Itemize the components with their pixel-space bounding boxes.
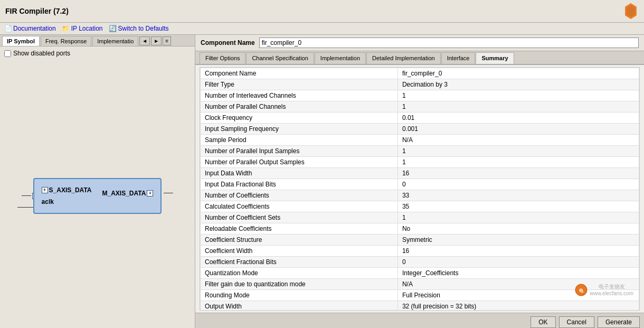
value-cell: 1: [397, 212, 639, 223]
tab-implementation[interactable]: Implementation: [315, 52, 366, 64]
value-cell: N/A: [397, 135, 639, 146]
altera-logo-icon: [623, 3, 639, 19]
toolbar: 📄 Documentation 📁 IP Location 🔄 Switch t…: [0, 23, 644, 35]
left-tabs-bar: IP Symbol Freq. Response Implementatio ◄…: [0, 35, 195, 46]
show-disabled-ports-checkbox[interactable]: [4, 50, 11, 57]
table-row: Filter TypeDecimation by 3: [201, 79, 639, 90]
value-cell: 1: [397, 146, 639, 157]
property-cell: Reloadable Coefficients: [201, 223, 398, 235]
value-cell: Full Precision: [397, 290, 639, 301]
value-cell: 0.01: [397, 113, 639, 124]
tab-summary[interactable]: Summary: [476, 52, 514, 64]
property-cell: Number of Coefficients: [201, 190, 398, 201]
property-cell: Clock Frequency: [201, 113, 398, 124]
ip-location-icon: 📁: [62, 25, 70, 32]
s-axis-data-port-plus[interactable]: +: [42, 187, 48, 193]
tab-nav-next[interactable]: ►: [151, 36, 162, 45]
show-disabled-ports-label: Show disabled ports: [13, 50, 70, 57]
value-cell: 16: [397, 246, 639, 257]
m-axis-data-port-plus[interactable]: +: [147, 190, 153, 196]
ip-location-link[interactable]: 📁 IP Location: [62, 25, 103, 32]
component-name-input[interactable]: [259, 38, 639, 48]
tab-nav-menu[interactable]: ≡: [163, 36, 171, 45]
value-cell: 32 (full precision = 32 bits): [397, 301, 639, 311]
table-row: Number of Coefficients33: [201, 190, 639, 201]
table-row: Number of Parallel Channels1: [201, 101, 639, 113]
tab-ip-symbol[interactable]: IP Symbol: [2, 36, 40, 46]
window-title: FIR Compiler (7.2): [5, 7, 69, 15]
value-cell: 16: [397, 168, 639, 179]
table-row: Coefficient Fractional Bits0: [201, 257, 639, 268]
value-cell: fir_compiler_0: [397, 68, 639, 79]
component-diagram: + + S_AXIS_DATA aclk: [33, 178, 162, 214]
table-row: Quantization ModeInteger_Coefficients: [201, 268, 639, 279]
tab-filter-options[interactable]: Filter Options: [200, 52, 245, 64]
ok-button[interactable]: OK: [531, 316, 555, 328]
value-cell: 1: [397, 101, 639, 113]
value-cell: Integer_Coefficients: [397, 268, 639, 279]
summary-table: Component Namefir_compiler_0Filter TypeD…: [200, 67, 640, 311]
property-cell: Output Width: [201, 301, 398, 311]
property-cell: Coefficient Width: [201, 246, 398, 257]
summary-data-table: Component Namefir_compiler_0Filter TypeD…: [200, 68, 639, 311]
table-row: Sample PeriodN/A: [201, 135, 639, 146]
table-row: Input Data Width16: [201, 168, 639, 179]
documentation-icon: 📄: [4, 25, 12, 32]
property-cell: Number of Interleaved Channels: [201, 90, 398, 101]
table-row: Coefficient StructureSymmetric: [201, 235, 639, 246]
component-name-row: Component Name: [195, 35, 644, 51]
tab-implementation[interactable]: Implementatio: [92, 36, 138, 46]
tab-interface[interactable]: Interface: [441, 52, 476, 64]
table-row: Input Data Fractional Bits0: [201, 179, 639, 190]
ok-cancel-bar: OK Cancel Generate: [195, 313, 644, 328]
value-cell: Symmetric: [397, 235, 639, 246]
documentation-link[interactable]: 📄 Documentation: [4, 25, 56, 32]
table-row: Output Width32 (full precision = 32 bits…: [201, 301, 639, 311]
property-cell: Component Name: [201, 68, 398, 79]
table-row: Rounding ModeFull Precision: [201, 290, 639, 301]
value-cell: Decimation by 3: [397, 79, 639, 90]
tab-freq-response[interactable]: Freq. Response: [41, 36, 91, 46]
table-row: Input Sampling Frequency0.001: [201, 124, 639, 135]
table-row: Calculated Coefficients35: [201, 201, 639, 212]
component-name-label: Component Name: [201, 39, 255, 46]
property-cell: Number of Parallel Channels: [201, 101, 398, 113]
tab-nav-prev[interactable]: ◄: [139, 36, 150, 45]
property-cell: Rounding Mode: [201, 290, 398, 301]
property-cell: Coefficient Structure: [201, 235, 398, 246]
table-row: Number of Coefficient Sets1: [201, 212, 639, 223]
generate-button[interactable]: Generate: [598, 316, 640, 328]
property-cell: Input Data Width: [201, 168, 398, 179]
property-cell: Number of Parallel Output Samples: [201, 157, 398, 168]
property-cell: Filter Type: [201, 79, 398, 90]
value-cell: 1: [397, 157, 639, 168]
table-row: Number of Interleaved Channels1: [201, 90, 639, 101]
table-row: Number of Parallel Output Samples1: [201, 157, 639, 168]
switch-defaults-icon: 🔄: [109, 25, 117, 32]
value-cell: 0.001: [397, 124, 639, 135]
aclk-port-label: aclk: [42, 198, 54, 205]
table-row: Coefficient Width16: [201, 246, 639, 257]
tab-channel-spec[interactable]: Channel Specification: [246, 52, 314, 64]
property-cell: Filter gain due to quantization mode: [201, 279, 398, 290]
property-cell: Input Data Fractional Bits: [201, 179, 398, 190]
table-row: Clock Frequency0.01: [201, 113, 639, 124]
table-row: Reloadable CoefficientsNo: [201, 223, 639, 235]
switch-defaults-link[interactable]: 🔄 Switch to Defaults: [109, 25, 169, 32]
right-tabs-bar: Filter Options Channel Specification Imp…: [195, 51, 644, 65]
property-cell: Input Sampling Frequency: [201, 124, 398, 135]
property-cell: Number of Coefficient Sets: [201, 212, 398, 223]
table-row: Filter gain due to quantization modeN/A: [201, 279, 639, 290]
property-cell: Quantization Mode: [201, 268, 398, 279]
m-axis-data-port-label: M_AXIS_DATA: [102, 190, 146, 197]
property-cell: Number of Parallel Input Samples: [201, 146, 398, 157]
value-cell: No: [397, 223, 639, 235]
property-cell: Calculated Coefficients: [201, 201, 398, 212]
cancel-button[interactable]: Cancel: [559, 316, 594, 328]
value-cell: 1: [397, 90, 639, 101]
value-cell: N/A: [397, 279, 639, 290]
value-cell: 0: [397, 179, 639, 190]
table-row: Component Namefir_compiler_0: [201, 68, 639, 79]
main-content: IP Symbol Freq. Response Implementatio ◄…: [0, 35, 644, 328]
tab-detailed-impl[interactable]: Detailed Implementation: [366, 52, 441, 64]
